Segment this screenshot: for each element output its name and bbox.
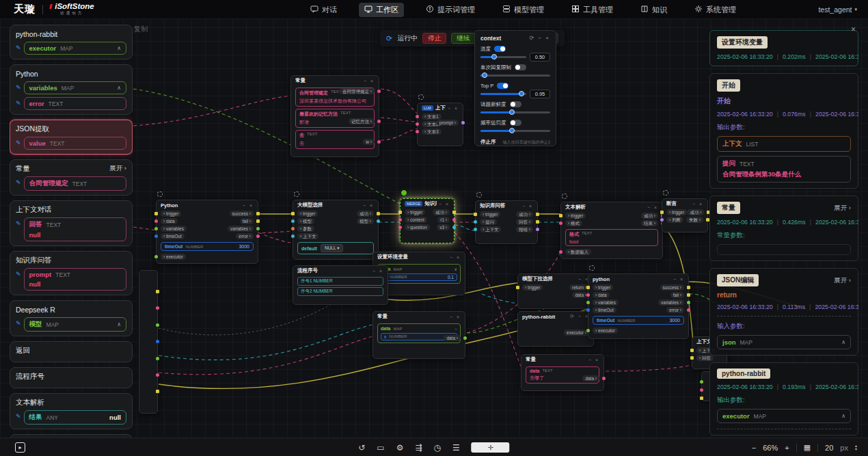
breakpoint-indicator[interactable] <box>401 190 407 196</box>
edit-icon[interactable]: ✎ <box>16 413 21 420</box>
input-port[interactable]: › trigger <box>593 284 613 291</box>
user-menu[interactable]: test_agent ▾ <box>818 0 857 19</box>
nav-item-知识[interactable]: 知识 <box>635 3 673 17</box>
input-port[interactable]: › trigger <box>666 209 687 215</box>
input-port[interactable]: › executor <box>593 327 618 334</box>
port-dot[interactable] <box>474 220 477 224</box>
output-port[interactable]: success › <box>660 284 684 291</box>
output-port[interactable]: data › <box>444 335 461 341</box>
output-port[interactable]: error › <box>666 307 684 313</box>
sidebar-card[interactable]: python-rabbit✎executorMAP∧ <box>10 25 133 59</box>
param-box[interactable]: executorMAP∧ <box>717 409 851 423</box>
port-dot[interactable] <box>256 212 260 215</box>
collapse-caret[interactable]: ∧ <box>117 45 121 51</box>
sidebar-card[interactable]: 返回 <box>10 341 133 362</box>
node-controls[interactable]: − × <box>439 202 450 206</box>
output-port[interactable]: 回答 › <box>516 219 533 225</box>
port-dot[interactable] <box>156 340 159 343</box>
port-dot[interactable] <box>687 301 690 304</box>
input-port[interactable]: › 文本3 <box>422 129 442 135</box>
input-port[interactable]: › trigger <box>405 209 425 215</box>
node-controls[interactable]: − × <box>363 203 374 208</box>
panel-controls[interactable]: ⟳ − × <box>530 35 551 41</box>
port-dot[interactable] <box>687 293 690 297</box>
port-dot[interactable] <box>156 373 159 377</box>
export-settings-icon[interactable]: ⚙ <box>396 444 404 452</box>
port-dot[interactable] <box>690 349 694 352</box>
output-port[interactable]: variables › <box>658 299 684 306</box>
port-dot[interactable] <box>377 90 381 93</box>
port-dot[interactable] <box>536 220 539 224</box>
node-controls[interactable]: − × <box>243 203 254 208</box>
canvas-node[interactable]: Python− ×› triggersuccess ›› datafail ››… <box>156 200 258 264</box>
output-port[interactable]: 结果 › <box>641 220 658 226</box>
port-dot[interactable] <box>586 308 590 312</box>
canvas-node[interactable]: 常量− ×dataMAP−xNUMBER63data › <box>372 311 465 359</box>
sidebar-card[interactable]: 文本解析✎结果ANYnull <box>10 393 133 429</box>
param-value[interactable]: 0.50 <box>530 53 550 62</box>
input-port[interactable]: › trigger <box>161 211 181 217</box>
input-port[interactable]: › data <box>161 218 178 224</box>
sidebar-card[interactable]: JSON提取✎valueTEXT <box>10 120 133 155</box>
field-box[interactable]: valueTEXT <box>24 137 126 150</box>
edit-icon[interactable]: ✎ <box>16 139 21 146</box>
port-dot[interactable] <box>256 234 260 238</box>
sidebar-card[interactable]: Deepseek R✎模型MAP∧ <box>10 300 133 336</box>
port-dot[interactable] <box>156 306 159 310</box>
param-box[interactable]: jsonMAP∧ <box>717 335 851 349</box>
log-card[interactable]: python-rabbit2025-02-06 16:33:20|0.193ms… <box>709 362 858 435</box>
port-dot[interactable] <box>291 227 295 230</box>
output-port[interactable]: fail › <box>670 292 684 298</box>
canvas-node[interactable]: 大模型选择− ×› trigger成功 ›› 模型模型 ›› 参数› 上下文de… <box>293 200 379 260</box>
param-slider[interactable] <box>480 130 550 132</box>
input-port[interactable]: › trigger <box>480 211 500 217</box>
output-port[interactable]: v3 › <box>437 224 450 230</box>
select-value[interactable]: NULL ▾ <box>321 244 343 252</box>
input-port[interactable]: › 格式 <box>565 220 582 226</box>
input-port[interactable]: › variables <box>161 226 187 232</box>
log-card[interactable]: 常量展开 ›2025-02-06 16:33:20|0.426ms|2025-0… <box>709 196 858 261</box>
output-port[interactable]: 失败 › <box>686 217 703 223</box>
param-toggle[interactable] <box>497 83 508 89</box>
slider-knob[interactable] <box>509 128 515 133</box>
param-toggle[interactable] <box>494 46 506 52</box>
param-slider[interactable] <box>480 93 526 95</box>
log-card[interactable]: 开始开始2025-02-06 16:33:20|0.076ms|2025-02-… <box>709 73 858 189</box>
input-port[interactable]: › 上下文 <box>480 226 501 232</box>
node-controls[interactable]: − × <box>448 106 459 111</box>
param-toggle[interactable] <box>510 120 521 126</box>
canvas-node[interactable]: 知识库问答− ×› trigger成功 ›› 提问回答 ›› 上下文报错 › <box>475 200 538 244</box>
port-dot[interactable] <box>154 227 158 230</box>
field-box[interactable]: 合同管理规定TEXT <box>24 176 126 191</box>
input-port[interactable]: › question <box>405 224 430 230</box>
output-port[interactable]: r1 › <box>437 217 450 223</box>
继续-button[interactable]: 继续 <box>451 33 475 44</box>
node-mini-field[interactable]: 序号1 NUMBER <box>297 277 383 286</box>
output-port[interactable]: 成功 › <box>641 213 658 219</box>
port-dot[interactable] <box>452 218 456 222</box>
停止-button[interactable]: 停止 <box>422 33 446 44</box>
input-port[interactable]: › trigger <box>297 211 318 217</box>
param-toggle[interactable] <box>510 101 521 107</box>
collapse-caret[interactable]: ∧ <box>117 85 121 91</box>
port-dot[interactable] <box>291 234 295 238</box>
node-controls[interactable]: − × <box>450 314 461 319</box>
port-dot[interactable] <box>398 226 402 229</box>
output-port[interactable]: 合同管理规定 › <box>340 88 375 94</box>
sidebar-card[interactable]: Python✎variablesMAP∧✎errorTEXT <box>10 64 133 115</box>
port-dot[interactable] <box>156 357 159 360</box>
nav-item-模型管理[interactable]: 模型管理 <box>497 3 550 17</box>
collapse-caret[interactable]: ∧ <box>841 339 845 345</box>
close-icon[interactable]: × <box>851 25 856 34</box>
node-controls[interactable]: − × <box>647 205 658 210</box>
collapse-caret[interactable]: − <box>455 327 457 331</box>
output-port[interactable]: prompt › <box>437 120 459 126</box>
sidebar-card[interactable]: 知识库问答✎promptTEXTnull <box>10 251 133 295</box>
canvas-node[interactable] <box>139 270 158 414</box>
port-dot[interactable] <box>154 234 158 238</box>
collapse-caret[interactable]: ∧ <box>841 413 845 419</box>
port-dot[interactable] <box>474 228 477 231</box>
edit-icon[interactable]: ✎ <box>16 84 21 91</box>
edit-icon[interactable]: ✎ <box>16 271 21 278</box>
port-dot[interactable] <box>154 212 158 215</box>
